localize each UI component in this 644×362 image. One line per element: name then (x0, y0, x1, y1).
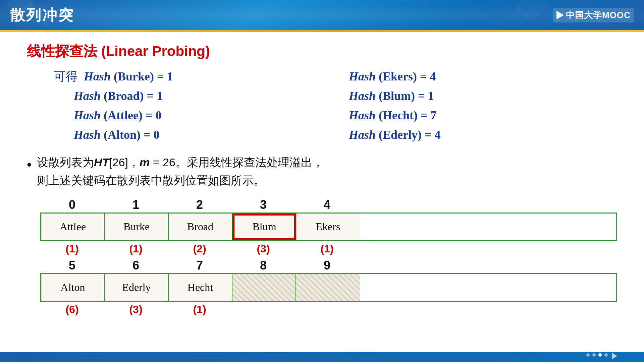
col-header-7: 7 (168, 258, 231, 273)
cell-hecht: Hecht (169, 274, 232, 301)
formulas-grid: 可得 Hash (Burke) = 1 Hash (Ekers) = 4 Has… (54, 67, 617, 144)
bullet-content: 设散列表为HT[26]，m = 26。采用线性探查法处理溢出，则上述关键码在散列… (37, 153, 324, 190)
footer-dots (586, 353, 617, 359)
footer (0, 352, 644, 362)
main-content: 线性探查法 (Linear Probing) 可得 Hash (Burke) =… (0, 32, 644, 326)
col-header-5: 5 (40, 258, 104, 273)
cell-broad: Broad (169, 214, 232, 240)
col-header-6: 6 (104, 258, 168, 273)
formula-row-1-left: 可得 Hash (Burke) = 1 (54, 67, 322, 85)
formula-row-4-right: Hash (Ederly) = 4 (349, 126, 617, 144)
table2-wrapper: 5 6 7 8 9 Alton Ederly Hecht (6) (3) (1) (40, 258, 617, 316)
cell-burke: Burke (105, 214, 169, 240)
col-header-1: 1 (104, 198, 168, 212)
probe-counts-1: (1) (1) (2) (3) (1) (40, 243, 617, 255)
footer-dot-3 (598, 353, 602, 357)
cell-ederly: Ederly (105, 274, 169, 301)
col-header-9: 9 (295, 258, 359, 273)
formula-row-1-right: Hash (Ekers) = 4 (349, 67, 617, 85)
header: 散列冲突 中国大学MOOC (0, 0, 644, 30)
footer-dot-4 (604, 353, 608, 357)
probe-7: (1) (168, 303, 231, 316)
logo-text: 中国大学MOOC (566, 9, 631, 21)
hash-table-2: Alton Ederly Hecht (40, 273, 617, 302)
formula-row-2-right: Hash (Blum) = 1 (349, 87, 617, 105)
cell-empty-9 (296, 274, 360, 301)
table-section-1: 0 1 2 3 4 Attlee Burke Broad Blum Ekers … (40, 198, 617, 255)
bullet-section: • 设散列表为HT[26]，m = 26。采用线性探查法处理溢出，则上述关键码在… (27, 153, 617, 190)
table-section-2: 5 6 7 8 9 Alton Ederly Hecht (6) (3) (1) (40, 258, 617, 316)
cell-empty-8 (232, 274, 296, 301)
formula-row-4-left: Hash (Alton) = 0 (74, 126, 322, 144)
col-header-2: 2 (168, 198, 231, 212)
logo-triangle (556, 11, 564, 19)
probe-6: (3) (104, 303, 168, 316)
footer-dot-2 (592, 353, 596, 357)
footer-dot-1 (586, 353, 590, 357)
section-title: 线性探查法 (Linear Probing) (27, 42, 617, 61)
formula-row-3-left: Hash (Attlee) = 0 (74, 106, 322, 124)
mooc-logo: 中国大学MOOC (553, 8, 634, 22)
cell-blum: Blum (232, 214, 296, 240)
cell-attlee: Attlee (41, 214, 105, 240)
indent-label: 可得 (54, 70, 84, 83)
probe-0: (1) (40, 243, 104, 255)
probe-5: (6) (40, 303, 104, 316)
cell-alton: Alton (41, 274, 105, 301)
formula-row-2-left: Hash (Broad) = 1 (74, 87, 322, 105)
probe-1: (1) (104, 243, 168, 255)
footer-arrow (612, 353, 617, 359)
formula-row-3-right: Hash (Hecht) = 7 (349, 106, 617, 124)
bullet-dot: • (27, 154, 32, 175)
col-header-3: 3 (231, 198, 295, 212)
col-header-4: 4 (295, 198, 359, 212)
col-header-8: 8 (231, 258, 295, 273)
section-title-text: 线性探查法 (Linear Probing) (27, 43, 210, 59)
table1-col-headers: 0 1 2 3 4 (40, 198, 617, 212)
cell-ekers: Ekers (296, 214, 360, 240)
probe-2: (2) (168, 243, 231, 255)
hash-table-1: Attlee Burke Broad Blum Ekers (40, 213, 617, 241)
probe-4: (1) (295, 243, 359, 255)
page-title: 散列冲突 (10, 5, 74, 25)
probe-3: (3) (231, 243, 295, 255)
table1-wrapper: 0 1 2 3 4 Attlee Burke Broad Blum Ekers … (40, 198, 617, 255)
probe-counts-2: (6) (3) (1) (40, 303, 617, 316)
col-header-0: 0 (40, 198, 104, 212)
table2-col-headers: 5 6 7 8 9 (40, 258, 617, 273)
